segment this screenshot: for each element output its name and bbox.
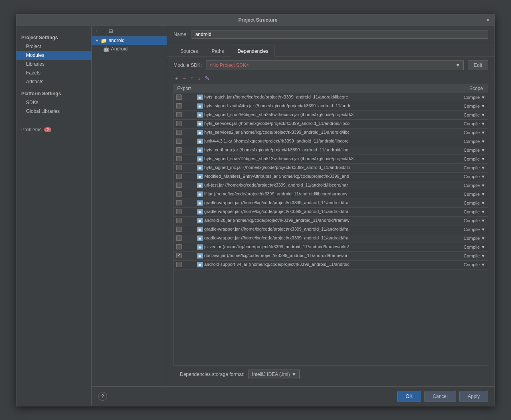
dep-scope[interactable]: Compile ▼ — [452, 163, 488, 172]
table-row[interactable]: ▣ lf.jar (/home/lxg/code/project/rk3399_… — [174, 190, 488, 199]
checkbox-icon[interactable] — [176, 183, 182, 188]
dep-scope[interactable]: Compile ▼ — [452, 155, 488, 163]
sidebar-item-modules[interactable]: Modules — [16, 51, 91, 60]
dep-export-checkbox[interactable] — [174, 128, 194, 137]
dep-export-checkbox[interactable] — [174, 155, 194, 163]
cancel-button[interactable]: Cancel — [424, 391, 456, 402]
table-row[interactable]: ▣ hyts_certLoop.jar (/home/lxg/code/proj… — [174, 146, 488, 155]
table-row[interactable]: ▣ gradle-wrapper.jar (/home/lxg/code/pro… — [174, 207, 488, 216]
dep-scope[interactable]: Compile ▼ — [452, 172, 488, 181]
table-row[interactable]: ▣ hyts_signed_authAttrs.jar (/home/lxg/c… — [174, 102, 488, 111]
table-row[interactable]: ▣ hyts_services2.jar (/home/lxg/code/pro… — [174, 128, 488, 137]
dep-export-checkbox[interactable] — [174, 102, 194, 111]
table-row[interactable]: ▣ junit4-4.3.1.jar (/home/lxg/code/proje… — [174, 137, 488, 146]
dep-scope[interactable]: Compile ▼ — [452, 234, 488, 243]
ok-button[interactable]: OK — [397, 391, 421, 402]
move-down-button[interactable]: ↓ — [196, 74, 202, 82]
checkbox-icon[interactable] — [176, 156, 182, 161]
dep-scope[interactable]: Compile ▼ — [452, 128, 488, 137]
checkbox-icon[interactable] — [176, 103, 182, 109]
checkbox-icon[interactable] — [176, 262, 182, 267]
dep-export-checkbox[interactable] — [174, 190, 194, 199]
table-row[interactable]: ▣ hyts_signed_sha256digest_sha256withecd… — [174, 111, 488, 119]
dep-export-checkbox[interactable] — [174, 93, 194, 102]
dep-export-checkbox[interactable] — [174, 137, 194, 146]
dep-scope[interactable]: Compile ▼ — [452, 93, 488, 102]
checkbox-icon[interactable] — [176, 227, 182, 232]
checkbox-icon[interactable] — [176, 165, 182, 170]
close-button[interactable]: × — [487, 17, 490, 23]
dep-export-checkbox[interactable] — [174, 172, 194, 181]
sidebar-item-project[interactable]: Project — [16, 42, 91, 51]
sidebar-item-libraries[interactable]: Libraries — [16, 60, 91, 68]
table-row[interactable]: ▣ hyts_services.jar (/home/lxg/code/proj… — [174, 119, 488, 128]
checkbox-icon[interactable] — [176, 174, 182, 179]
edit-sdk-button[interactable]: Edit — [468, 60, 488, 70]
dep-scope[interactable]: Compile ▼ — [452, 137, 488, 146]
dep-scope[interactable]: Compile ▼ — [452, 102, 488, 111]
table-row[interactable]: ▣ android-28.jar (/home/lxg/code/project… — [174, 216, 488, 225]
table-row[interactable]: ▣ doclava.jar (/home/lxg/code/project/rk… — [174, 251, 488, 260]
tab-paths[interactable]: Paths — [205, 46, 231, 56]
checkbox-icon[interactable] — [176, 139, 182, 144]
dep-scope[interactable]: Compile ▼ — [452, 243, 488, 251]
move-up-button[interactable]: ↑ — [189, 74, 195, 82]
dep-scope[interactable]: Compile ▼ — [452, 225, 488, 234]
sidebar-item-facets[interactable]: Facets — [16, 68, 91, 77]
sidebar-item-artifacts[interactable]: Artifacts — [16, 77, 91, 86]
dep-export-checkbox[interactable] — [174, 199, 194, 207]
dep-scope[interactable]: Compile ▼ — [452, 251, 488, 260]
sidebar-item-sdks[interactable]: SDKs — [16, 98, 91, 107]
dep-export-checkbox[interactable] — [174, 243, 194, 251]
dep-scope[interactable]: Compile ▼ — [452, 181, 488, 190]
dep-scope[interactable]: Compile ▼ — [452, 111, 488, 119]
table-row[interactable]: ▣ hyts_patch.jar (/home/lxg/code/project… — [174, 93, 488, 102]
help-button[interactable]: ? — [98, 392, 107, 401]
table-row[interactable]: ▣ url-test.jar (/home/lxg/code/project/r… — [174, 181, 488, 190]
copy-module-button[interactable]: ⊟ — [107, 28, 114, 34]
remove-dep-button[interactable]: − — [181, 74, 188, 82]
checkbox-icon[interactable] — [176, 112, 182, 117]
edit-dep-button[interactable]: ✎ — [203, 74, 211, 82]
dep-export-checkbox[interactable] — [174, 207, 194, 216]
dep-scope[interactable]: Compile ▼ — [452, 199, 488, 207]
checkbox-icon[interactable] — [176, 218, 182, 223]
dep-export-checkbox[interactable] — [174, 216, 194, 225]
name-input[interactable] — [192, 30, 488, 39]
table-row[interactable]: ▣ android-support-v4.jar (/home/lxg/code… — [174, 260, 488, 269]
table-row[interactable]: ▣ Modified_Manifest_EntryAttributes.jar … — [174, 172, 488, 181]
table-row[interactable]: ▣ gradle-wrapper.jar (/home/lxg/code/pro… — [174, 234, 488, 243]
checkbox-icon[interactable] — [176, 130, 182, 135]
dep-export-checkbox[interactable] — [174, 119, 194, 128]
checkbox-icon[interactable] — [176, 200, 182, 205]
checkbox-icon[interactable] — [176, 121, 182, 126]
checkbox-icon[interactable] — [176, 191, 182, 197]
table-row[interactable]: ▣ hyts_signed_sha512digest_sha512withecd… — [174, 155, 488, 163]
tree-item-android-child[interactable]: 🤖 Android — [92, 45, 167, 53]
checkbox-icon[interactable] — [176, 244, 182, 249]
sidebar-item-global-libraries[interactable]: Global Libraries — [16, 107, 91, 116]
dep-export-checkbox[interactable] — [174, 146, 194, 155]
tab-sources[interactable]: Sources — [174, 46, 205, 56]
checkbox-icon[interactable] — [176, 147, 182, 153]
dep-scope[interactable]: Compile ▼ — [452, 146, 488, 155]
dep-export-checkbox[interactable] — [174, 234, 194, 243]
dep-scope[interactable]: Compile ▼ — [452, 119, 488, 128]
add-module-button[interactable]: + — [94, 28, 100, 34]
apply-button[interactable]: Apply — [459, 391, 488, 402]
dep-scope[interactable]: Compile ▼ — [452, 260, 488, 269]
dep-scope[interactable]: Compile ▼ — [452, 190, 488, 199]
dep-export-checkbox[interactable] — [174, 163, 194, 172]
sdk-dropdown[interactable]: <No Project SDK> ▼ — [206, 60, 464, 70]
table-row[interactable]: ▣ gradle-wrapper.jar (/home/lxg/code/pro… — [174, 225, 488, 234]
table-row[interactable]: ▣ jsilver.jar (/home/lxg/code/project/rk… — [174, 243, 488, 251]
table-row[interactable]: ▣ hyts_signed_inc.jar (/home/lxg/code/pr… — [174, 163, 488, 172]
remove-module-button[interactable]: − — [101, 28, 107, 34]
dep-export-checkbox[interactable] — [174, 111, 194, 119]
storage-dropdown[interactable]: IntelliJ IDEA (.iml) ▼ — [248, 370, 300, 379]
tab-dependencies[interactable]: Dependencies — [231, 46, 275, 56]
add-dep-button[interactable]: + — [174, 74, 180, 82]
dep-export-checkbox[interactable] — [174, 251, 194, 260]
checkbox-icon[interactable] — [176, 94, 182, 100]
dep-export-checkbox[interactable] — [174, 260, 194, 269]
